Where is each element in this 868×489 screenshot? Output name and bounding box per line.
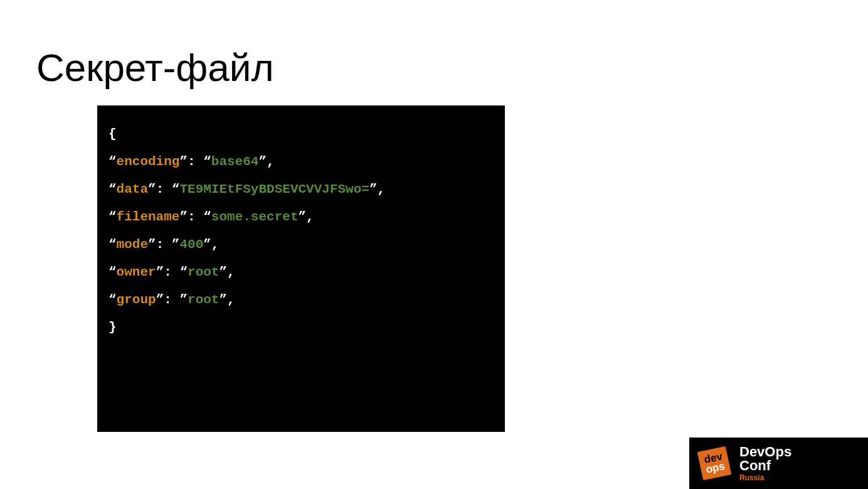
code-block: { “encoding”: “base64”, “data”: “TE9MIEt… <box>97 105 505 432</box>
code-line-group: “group”: ”root”, <box>109 286 494 314</box>
code-brace-close: } <box>109 314 494 341</box>
devops-badge-icon: dev ops <box>698 447 731 480</box>
conf-name: DevOps Conf Russia <box>739 445 791 481</box>
slide-title: Секрет-файл <box>36 45 274 90</box>
conf-line-3: Russia <box>739 474 791 481</box>
footer-logo: dev ops DevOps Conf Russia <box>689 438 868 489</box>
code-line-data: “data”: “TE9MIEtFSyBDSEVCVVJFSwo=”, <box>109 176 494 203</box>
conf-line-2: Conf <box>739 459 791 473</box>
code-brace-open: { <box>109 121 494 148</box>
conf-line-1: DevOps <box>739 445 791 459</box>
code-line-owner: “owner”: “root”, <box>109 259 494 286</box>
slide: Секрет-файл { “encoding”: “base64”, “dat… <box>0 0 868 489</box>
badge-line-2: ops <box>705 461 726 475</box>
code-line-encoding: “encoding”: “base64”, <box>109 148 494 176</box>
code-line-filename: “filename”: “some.secret”, <box>109 203 494 231</box>
code-line-mode: “mode”: ”400”, <box>109 231 494 259</box>
